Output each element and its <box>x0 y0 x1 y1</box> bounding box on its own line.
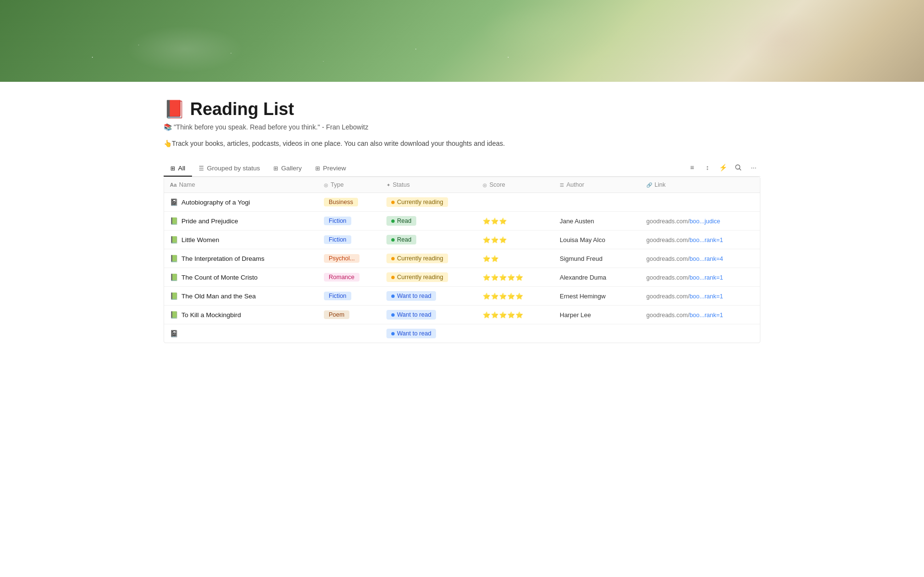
status-badge: Want to read <box>386 329 436 338</box>
cell-status-3[interactable]: Currently reading <box>381 249 477 268</box>
author-name: Ernest Hemingw <box>560 293 605 300</box>
cell-author-2: Louisa May Alco <box>554 231 641 249</box>
col-header-score[interactable]: ◎ Score <box>477 177 554 193</box>
status-badge: Want to read <box>386 310 436 320</box>
status-dot <box>391 332 395 335</box>
cell-link-6[interactable]: goodreads.com/boo...rank=1 <box>641 306 760 324</box>
col-header-name[interactable]: Aa Name <box>164 177 318 193</box>
book-title: To Kill a Mockingbird <box>181 311 241 319</box>
tab-all[interactable]: ⊞ All <box>164 161 192 177</box>
book-title: Autobiography of a Yogi <box>181 199 250 206</box>
book-title: The Interpretation of Dreams <box>181 255 265 262</box>
status-label: Currently reading <box>397 274 443 281</box>
cell-status-7[interactable]: Want to read <box>381 324 477 343</box>
table-row[interactable]: 📓Want to read <box>164 324 760 343</box>
status-label: Want to read <box>397 293 431 299</box>
cell-type-4[interactable]: Romance <box>318 268 381 287</box>
status-badge: Read <box>386 216 416 226</box>
score-stars: ⭐⭐⭐⭐⭐ <box>483 274 524 281</box>
cell-type-6[interactable]: Poem <box>318 306 381 324</box>
search-button[interactable] <box>732 161 745 174</box>
cell-name-5[interactable]: 📗The Old Man and the Sea <box>164 287 318 306</box>
col-header-type[interactable]: ◎ Type <box>318 177 381 193</box>
table-row[interactable]: 📗The Old Man and the SeaFictionWant to r… <box>164 287 760 306</box>
cell-name-1[interactable]: 📗Pride and Prejudice <box>164 212 318 231</box>
cell-status-1[interactable]: Read <box>381 212 477 231</box>
page-title-area: 📕 Reading List 📚 "Think before you speak… <box>164 99 760 147</box>
cell-type-3[interactable]: Psychol... <box>318 249 381 268</box>
status-badge: Read <box>386 235 416 244</box>
data-table: Aa Name ◎ Type ✦ Status <box>164 177 760 343</box>
link-text: goodreads.com/boo...judice <box>646 218 720 225</box>
book-title: Pride and Prejudice <box>181 218 238 225</box>
more-button[interactable]: ··· <box>747 161 760 174</box>
table-row[interactable]: 📗To Kill a MockingbirdPoemWant to read⭐⭐… <box>164 306 760 324</box>
table-header-row: Aa Name ◎ Type ✦ Status <box>164 177 760 193</box>
cell-type-2[interactable]: Fiction <box>318 231 381 249</box>
table-icon: ⊞ <box>170 165 175 172</box>
cell-link-5[interactable]: goodreads.com/boo...rank=1 <box>641 287 760 306</box>
table-row[interactable]: 📓Autobiography of a YogiBusinessCurrentl… <box>164 193 760 212</box>
book-icon: 📗 <box>170 311 178 319</box>
cell-score-0 <box>477 193 554 212</box>
book-icon: 📗 <box>170 236 178 244</box>
type-badge: Poem <box>324 310 349 319</box>
cell-status-2[interactable]: Read <box>381 231 477 249</box>
book-title: The Old Man and the Sea <box>181 293 256 300</box>
cell-type-0[interactable]: Business <box>318 193 381 212</box>
score-stars: ⭐⭐⭐ <box>483 218 507 225</box>
cell-status-0[interactable]: Currently reading <box>381 193 477 212</box>
cell-score-6: ⭐⭐⭐⭐⭐ <box>477 306 554 324</box>
sort-button[interactable]: ↕ <box>701 161 714 174</box>
author-name: Louisa May Alco <box>560 236 605 244</box>
author-name: Alexandre Duma <box>560 274 606 281</box>
cell-link-0[interactable] <box>641 193 760 212</box>
tab-grouped[interactable]: ☰ Grouped by status <box>192 161 267 177</box>
cell-link-3[interactable]: goodreads.com/boo...rank=4 <box>641 249 760 268</box>
table-row[interactable]: 📗Little WomenFictionRead⭐⭐⭐Louisa May Al… <box>164 231 760 249</box>
cell-score-4: ⭐⭐⭐⭐⭐ <box>477 268 554 287</box>
tab-gallery[interactable]: ⊞ Gallery <box>267 161 308 177</box>
cell-name-3[interactable]: 📗The Interpretation of Dreams <box>164 249 318 268</box>
cell-name-4[interactable]: 📗The Count of Monte Cristo <box>164 268 318 287</box>
tab-preview[interactable]: ⊞ Preview <box>308 161 353 177</box>
cell-name-7[interactable]: 📓 <box>164 324 318 343</box>
cell-name-0[interactable]: 📓Autobiography of a Yogi <box>164 193 318 212</box>
table-row[interactable]: 📗The Interpretation of DreamsPsychol...C… <box>164 249 760 268</box>
cell-link-7[interactable] <box>641 324 760 343</box>
col-header-author[interactable]: ☰ Author <box>554 177 641 193</box>
status-label: Currently reading <box>397 255 443 262</box>
filter-button[interactable]: ≡ <box>685 161 699 174</box>
cell-type-5[interactable]: Fiction <box>318 287 381 306</box>
status-label: Want to read <box>397 330 431 337</box>
link-text: goodreads.com/boo...rank=1 <box>646 312 723 319</box>
col-header-status[interactable]: ✦ Status <box>381 177 477 193</box>
cell-link-1[interactable]: goodreads.com/boo...judice <box>641 212 760 231</box>
cell-link-2[interactable]: goodreads.com/boo...rank=1 <box>641 231 760 249</box>
cell-status-4[interactable]: Currently reading <box>381 268 477 287</box>
book-icon: 📗 <box>170 217 178 225</box>
book-icon: 📗 <box>170 255 178 262</box>
tabs-bar: ⊞ All ☰ Grouped by status ⊞ Gallery ⊞ Pr… <box>164 161 760 177</box>
status-dot <box>391 295 395 298</box>
cell-author-1: Jane Austen <box>554 212 641 231</box>
cell-name-2[interactable]: 📗Little Women <box>164 231 318 249</box>
table-row[interactable]: 📗Pride and PrejudiceFictionRead⭐⭐⭐Jane A… <box>164 212 760 231</box>
cell-type-7[interactable] <box>318 324 381 343</box>
cell-type-1[interactable]: Fiction <box>318 212 381 231</box>
automation-button[interactable]: ⚡ <box>716 161 730 174</box>
book-title: Little Women <box>181 236 219 244</box>
cell-status-6[interactable]: Want to read <box>381 306 477 324</box>
status-dot <box>391 257 395 260</box>
table-row[interactable]: 📗The Count of Monte CristoRomanceCurrent… <box>164 268 760 287</box>
cell-link-4[interactable]: goodreads.com/boo...rank=1 <box>641 268 760 287</box>
author-name: Sigmund Freud <box>560 255 603 262</box>
cell-author-5: Ernest Hemingw <box>554 287 641 306</box>
col-header-link[interactable]: 🔗 Link <box>641 177 760 193</box>
status-dot <box>391 238 395 242</box>
score-stars: ⭐⭐⭐⭐⭐ <box>483 311 524 319</box>
cell-status-5[interactable]: Want to read <box>381 287 477 306</box>
svg-line-1 <box>740 169 741 170</box>
link-text: goodreads.com/boo...rank=1 <box>646 274 723 281</box>
cell-name-6[interactable]: 📗To Kill a Mockingbird <box>164 306 318 324</box>
